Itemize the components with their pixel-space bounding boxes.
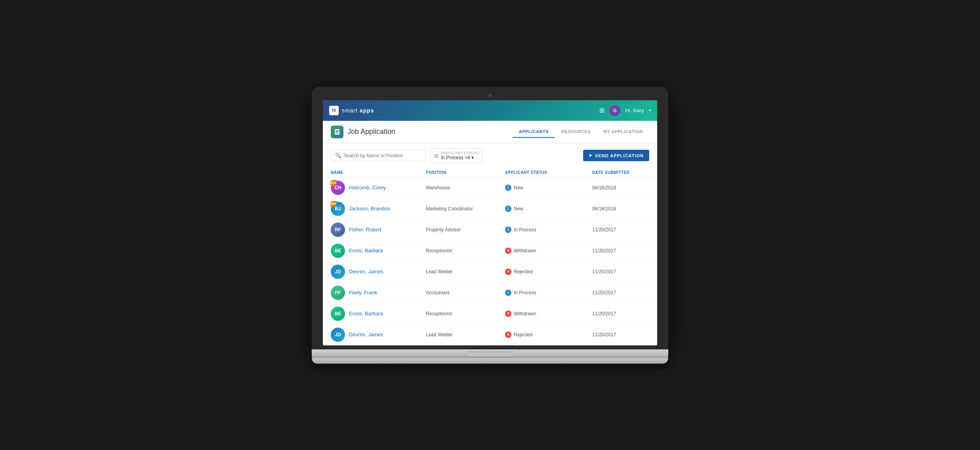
filter-content: APPLICANT STATUS In Process +4 ▾ xyxy=(441,151,479,160)
position-cell: Receptionist xyxy=(426,311,505,317)
search-icon: 🔍 xyxy=(335,153,341,158)
name-cell: BE Ennis, Barbara xyxy=(331,307,426,321)
avatar-initials: RF xyxy=(335,227,341,233)
status-cell: ✕ Rejected xyxy=(505,332,592,338)
page-icon xyxy=(331,126,343,138)
table-row[interactable]: NEW CH Holcomb, Corey Warehouse i New 06… xyxy=(323,177,657,198)
applicant-name: Devrim, James xyxy=(349,269,383,275)
table-row[interactable]: BE Ennis, Barbara Receptionist ✕ Withdra… xyxy=(323,303,657,324)
avatar-initials: JD xyxy=(335,269,341,275)
col-status[interactable]: APPLICANT STATUS xyxy=(505,170,592,175)
table-row[interactable]: JD Devrim, James Lead Welder ✕ Rejected … xyxy=(323,324,657,345)
laptop-notch xyxy=(466,351,514,356)
screen: Hi smart apps ⊞ G Hi, Gary ▾ xyxy=(323,100,657,345)
logo-text: smart apps xyxy=(342,107,374,114)
tab-resources[interactable]: RESOURCES xyxy=(555,126,597,138)
position-cell: Receptionist xyxy=(426,248,505,254)
filter-icon: ▤ xyxy=(434,153,439,158)
tab-applicants[interactable]: APPLICANTS xyxy=(513,126,555,138)
status-cell: i In Process xyxy=(505,290,592,296)
avatar-initials: FF xyxy=(335,290,341,296)
date-cell: 11/20/2017 xyxy=(592,248,657,254)
position-cell: Marketing Coordinator xyxy=(426,206,505,212)
applicant-name: Jackson, Brandon xyxy=(349,206,390,212)
table-body: NEW CH Holcomb, Corey Warehouse i New 06… xyxy=(323,177,657,345)
table-row[interactable]: JD Devrim, James Lead Welder ✕ Rejected … xyxy=(323,261,657,282)
applicant-avatar: BE xyxy=(331,244,345,258)
col-position[interactable]: POSITION xyxy=(426,170,505,175)
date-cell: 11/20/2017 xyxy=(592,269,657,275)
status-label: Rejected xyxy=(514,269,532,275)
avatar-initials: BE xyxy=(335,248,341,254)
applicant-name: Feely, Frank xyxy=(349,290,377,296)
date-cell: 11/20/2017 xyxy=(592,332,657,338)
name-cell: JD Devrim, James xyxy=(331,265,426,279)
status-cell: i New xyxy=(505,185,592,191)
grid-icon[interactable]: ⊞ xyxy=(599,107,604,114)
table-row[interactable]: RF Fisher, Robert Property Advisor i In … xyxy=(323,219,657,240)
applicant-name: Ennis, Barbara xyxy=(349,248,383,254)
app-logo: Hi smart apps xyxy=(329,106,374,115)
table-header: NAME POSITION APPLICANT STATUS DATE SUBM… xyxy=(323,168,657,177)
position-cell: Lead Welder xyxy=(426,269,505,275)
position-cell: Lead Welder xyxy=(426,332,505,338)
filter-value: In Process +4 ▾ xyxy=(441,155,474,160)
applicant-avatar: JD xyxy=(331,265,345,279)
status-cell: ✕ Withdrawn xyxy=(505,248,592,254)
status-label: New xyxy=(514,206,523,212)
status-label: Withdrawn xyxy=(514,248,536,254)
laptop-bottom xyxy=(312,358,668,364)
status-cell: i New xyxy=(505,206,592,212)
send-button-label: SEND APPLICATION xyxy=(595,153,644,158)
camera xyxy=(488,94,492,97)
laptop-base xyxy=(312,349,668,358)
name-cell: JD Devrim, James xyxy=(331,328,426,342)
laptop-container: Hi smart apps ⊞ G Hi, Gary ▾ xyxy=(312,87,668,364)
name-cell: BE Ennis, Barbara xyxy=(331,244,426,258)
status-icon: i xyxy=(505,290,511,296)
col-date[interactable]: DATE SUBMITTED xyxy=(592,170,657,175)
status-cell: i In Process xyxy=(505,227,592,233)
status-icon: i xyxy=(505,227,511,233)
status-icon: ✕ xyxy=(505,332,511,338)
status-label: Withdrawn xyxy=(514,311,536,317)
table-row[interactable]: NEW BJ Jackson, Brandon Marketing Coordi… xyxy=(323,198,657,219)
avatar-initials: CH xyxy=(334,185,341,191)
tab-my-application[interactable]: MY APPLICATION xyxy=(597,126,649,138)
avatar-initials: JD xyxy=(335,332,341,338)
chevron-down-icon[interactable]: ▾ xyxy=(649,108,651,113)
filter-label: APPLICANT STATUS xyxy=(441,151,479,155)
table-row[interactable]: FF Feely, Frank Accountant i In Process … xyxy=(323,282,657,303)
status-icon: ✕ xyxy=(505,248,511,254)
filter-button[interactable]: ▤ APPLICANT STATUS In Process +4 ▾ xyxy=(430,148,483,163)
status-icon: ✕ xyxy=(505,311,511,317)
position-cell: Accountant xyxy=(426,290,505,296)
user-greeting[interactable]: Hi, Gary xyxy=(625,107,644,113)
toolbar-left: 🔍 ▤ APPLICANT STATUS In Process +4 ▾ xyxy=(331,148,483,163)
position-cell: Property Advisor xyxy=(426,227,505,233)
search-box[interactable]: 🔍 xyxy=(331,150,426,161)
search-input[interactable] xyxy=(344,153,421,158)
send-application-button[interactable]: ➤ SEND APPLICATION xyxy=(583,150,649,161)
send-icon: ➤ xyxy=(589,153,593,158)
position-cell: Warehouse xyxy=(426,185,505,191)
new-badge: NEW xyxy=(330,180,336,186)
applicant-avatar: BE xyxy=(331,307,345,321)
status-icon: i xyxy=(505,185,511,191)
table-row[interactable]: BE Ennis, Barbara Receptionist ✕ Withdra… xyxy=(323,240,657,261)
page-header: Job Application APPLICANTS RESOURCES MY … xyxy=(323,121,657,143)
page-title-area: Job Application xyxy=(331,126,395,138)
date-cell: 11/20/2017 xyxy=(592,311,657,317)
applicant-name: Holcomb, Corey xyxy=(349,185,386,191)
avatar: G xyxy=(609,105,620,116)
col-name[interactable]: NAME xyxy=(331,170,426,175)
date-cell: 06/18/2018 xyxy=(592,185,657,191)
name-cell: NEW BJ Jackson, Brandon xyxy=(331,202,426,216)
avatar-initials: BJ xyxy=(335,206,341,212)
status-label: In Process xyxy=(514,227,536,233)
name-cell: RF Fisher, Robert xyxy=(331,223,426,237)
status-cell: ✕ Rejected xyxy=(505,269,592,275)
applicant-avatar: FF xyxy=(331,286,345,300)
applicant-avatar: JD xyxy=(331,328,345,342)
applicant-avatar: NEW CH xyxy=(331,181,345,195)
